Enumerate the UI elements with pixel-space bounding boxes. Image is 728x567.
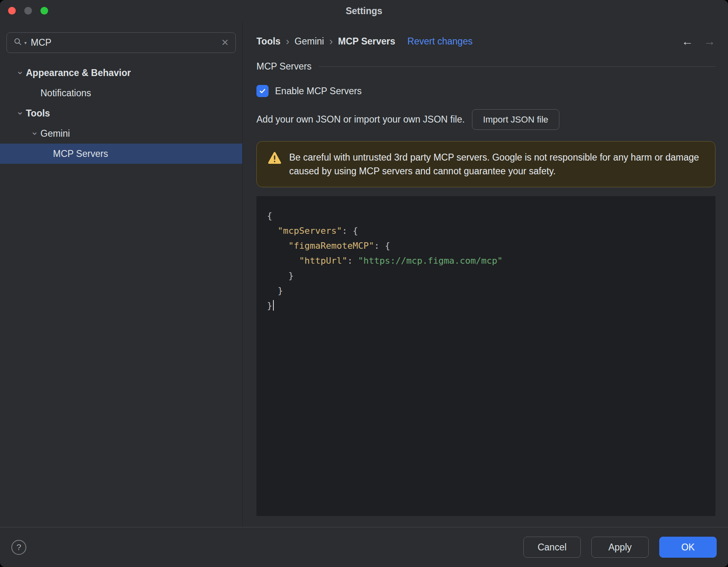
chevron-down-icon[interactable] <box>14 70 26 76</box>
search-input[interactable] <box>31 37 217 48</box>
traffic-lights <box>8 7 48 15</box>
clear-search-icon[interactable]: ✕ <box>221 37 229 48</box>
section-header: MCP Servers <box>256 61 715 72</box>
chevron-down-icon[interactable] <box>14 110 26 116</box>
sidebar-item-gemini[interactable]: Gemini <box>0 123 242 144</box>
help-button[interactable]: ? <box>11 540 26 555</box>
breadcrumb-mcp-servers: MCP Servers <box>338 36 396 47</box>
sidebar-item-label: MCP Servers <box>53 148 108 159</box>
settings-tree: Appearance & Behavior Notifications Tool… <box>0 63 242 164</box>
warning-banner: Be careful with untrusted 3rd party MCP … <box>256 141 715 187</box>
sidebar-item-label: Gemini <box>40 128 70 139</box>
history-nav: ← → <box>681 35 715 48</box>
cancel-button[interactable]: Cancel <box>523 537 581 558</box>
minimize-window-button[interactable] <box>24 7 32 15</box>
warning-text: Be careful with untrusted 3rd party MCP … <box>289 150 705 178</box>
code-line[interactable]: } <box>267 283 705 298</box>
import-row: Add your own JSON or import your own JSO… <box>256 109 715 130</box>
code-line[interactable]: "httpUrl": "https://mcp.figma.com/mcp" <box>267 253 705 268</box>
ok-button[interactable]: OK <box>659 537 717 558</box>
titlebar: Settings <box>0 0 728 22</box>
import-instruction-text: Add your own JSON or import your own JSO… <box>256 114 465 125</box>
import-json-file-button[interactable]: Import JSON file <box>472 109 559 130</box>
sidebar-item-label: Appearance & Behavior <box>26 68 131 78</box>
close-window-button[interactable] <box>8 7 16 15</box>
checkmark-icon <box>258 87 267 95</box>
settings-search-field[interactable]: ▾ ✕ <box>6 32 236 53</box>
zoom-window-button[interactable] <box>40 7 48 15</box>
enable-mcp-row: Enable MCP Servers <box>256 85 715 97</box>
apply-button[interactable]: Apply <box>591 537 649 558</box>
search-history-caret-icon[interactable]: ▾ <box>24 40 27 46</box>
code-line[interactable]: "figmaRemoteMCP": { <box>267 238 705 253</box>
breadcrumb-tools[interactable]: Tools <box>256 36 281 47</box>
breadcrumb: Tools › Gemini › MCP Servers Revert chan… <box>256 33 715 49</box>
settings-window: Settings ▾ ✕ Ap <box>0 0 728 567</box>
section-title: MCP Servers <box>256 61 311 72</box>
sidebar-item-appearance-behavior[interactable]: Appearance & Behavior <box>0 63 242 83</box>
forward-arrow-icon: → <box>704 35 715 48</box>
sidebar-item-label: Notifications <box>40 88 91 99</box>
back-arrow-icon[interactable]: ← <box>681 35 693 48</box>
code-line[interactable]: "mcpServers": { <box>267 223 705 238</box>
warning-triangle-icon <box>267 152 282 166</box>
code-line[interactable]: } <box>267 298 705 313</box>
sidebar-item-label: Tools <box>26 108 50 119</box>
code-line[interactable]: } <box>267 268 705 283</box>
help-icon: ? <box>17 542 21 552</box>
sidebar-item-tools[interactable]: Tools <box>0 103 242 123</box>
breadcrumb-separator-icon: › <box>286 35 290 48</box>
json-editor[interactable]: { "mcpServers": { "figmaRemoteMCP": { "h… <box>256 196 715 516</box>
sidebar-item-notifications[interactable]: Notifications <box>0 83 242 103</box>
breadcrumb-gemini[interactable]: Gemini <box>294 36 324 47</box>
sidebar-item-mcp-servers[interactable]: MCP Servers <box>0 144 242 164</box>
search-icon <box>13 37 23 48</box>
footer-buttons: Cancel Apply OK <box>523 537 717 558</box>
enable-mcp-label: Enable MCP Servers <box>275 86 362 97</box>
mcp-servers-panel: Tools › Gemini › MCP Servers Revert chan… <box>243 22 728 527</box>
enable-mcp-checkbox[interactable] <box>256 85 269 97</box>
breadcrumb-separator-icon: › <box>329 35 333 48</box>
footer-bar: ? Cancel Apply OK <box>0 527 728 567</box>
content-area: ▾ ✕ Appearance & Behavior Notifications <box>0 22 728 527</box>
json-editor-code[interactable]: { "mcpServers": { "figmaRemoteMCP": { "h… <box>267 208 705 313</box>
code-line[interactable]: { <box>267 208 705 223</box>
section-divider <box>319 66 715 67</box>
settings-sidebar: ▾ ✕ Appearance & Behavior Notifications <box>0 22 243 527</box>
window-title: Settings <box>346 6 383 17</box>
revert-changes-link[interactable]: Revert changes <box>407 36 472 47</box>
chevron-down-icon[interactable] <box>28 131 40 137</box>
